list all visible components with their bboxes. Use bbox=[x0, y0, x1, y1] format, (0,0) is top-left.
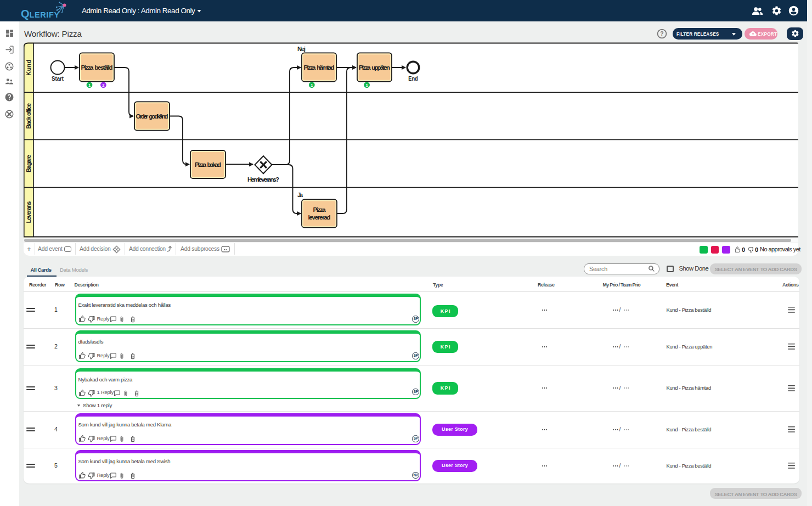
svg-text:Start: Start bbox=[52, 75, 64, 82]
svg-text:Bagare: Bagare bbox=[25, 155, 32, 172]
svg-text:Pizza: Pizza bbox=[313, 206, 326, 213]
svg-text:Pizza uppäten: Pizza uppäten bbox=[359, 64, 390, 71]
svg-text:2: 2 bbox=[102, 82, 104, 87]
svg-text:Kund: Kund bbox=[25, 59, 32, 75]
svg-text:Pizza beställd: Pizza beställd bbox=[81, 64, 113, 71]
svg-text:Ja: Ja bbox=[297, 192, 303, 198]
svg-text:levererad: levererad bbox=[308, 214, 331, 221]
svg-text:Pizza hämtad: Pizza hämtad bbox=[304, 64, 335, 71]
svg-text:Hemleverans?: Hemleverans? bbox=[247, 176, 279, 183]
svg-text:End: End bbox=[408, 75, 418, 82]
svg-text:Nej: Nej bbox=[297, 46, 306, 52]
svg-text:Pizza bakad: Pizza bakad bbox=[195, 161, 221, 168]
svg-text:Back office: Back office bbox=[25, 103, 32, 128]
svg-text:Leverans: Leverans bbox=[25, 201, 32, 223]
svg-text:?: ? bbox=[660, 31, 663, 37]
svg-text:Order godkänd: Order godkänd bbox=[136, 113, 168, 120]
